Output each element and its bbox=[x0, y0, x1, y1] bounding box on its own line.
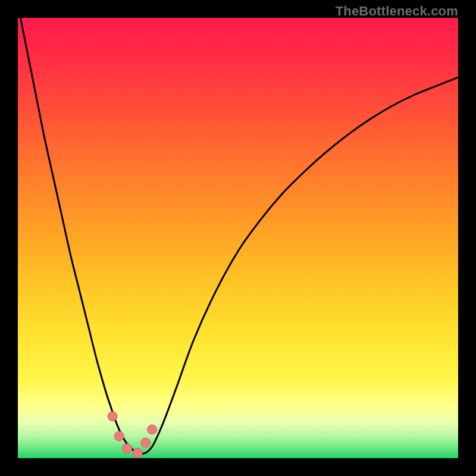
highlight-marker bbox=[133, 448, 142, 458]
curve-layer bbox=[18, 18, 458, 458]
watermark-text: TheBottleneck.com bbox=[336, 4, 458, 19]
highlight-marker bbox=[114, 431, 124, 441]
highlight-marker bbox=[123, 444, 132, 453]
highlight-marker bbox=[141, 438, 151, 447]
plot-area bbox=[18, 18, 458, 458]
bottleneck-curve bbox=[18, 18, 458, 454]
highlight-marker bbox=[108, 412, 117, 421]
highlight-marker bbox=[148, 425, 157, 434]
chart-frame: TheBottleneck.com bbox=[0, 0, 476, 476]
